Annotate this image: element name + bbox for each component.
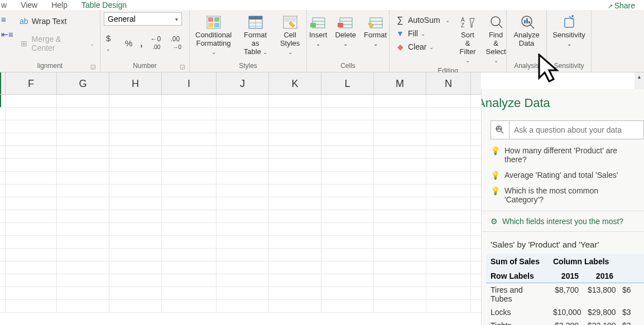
pivot-row: Locks$10,000$29,800$3 [486,305,644,319]
wrap-text-button[interactable]: ab Wrap Text [17,16,97,27]
pivot-columns-label: Column Labels [549,254,644,269]
sensitivity-label: Sensitivity⌄ [552,31,585,48]
find-icon [488,14,504,30]
svg-rect-6 [249,16,262,20]
group-number: General ▾ $ ⌄ % , ←0.00 .00→0 Number ◲ [100,10,190,72]
fill-button[interactable]: ▼ Fill ⌄ [393,28,452,39]
format-table-icon [248,14,263,30]
fill-icon: ▼ [395,29,405,38]
group-label-alignment: lignment ◲ [3,61,97,72]
svg-rect-36 [497,128,498,130]
autosum-button[interactable]: ∑ AutoSum ⌄ [393,14,452,26]
fill-label: Fill [408,29,418,38]
number-format-value: General [108,14,136,23]
conditional-formatting-button[interactable]: Conditional Formatting [193,13,234,57]
svg-rect-19 [338,23,343,27]
clear-label: Clear [408,42,426,51]
delete-icon [338,14,353,30]
spreadsheet-grid[interactable]: F G H I J K L M N [0,72,481,325]
currency-button[interactable]: $ ⌄ [104,32,119,54]
increase-decimal-button[interactable]: ←0.00 [148,34,165,52]
number-dialog-icon[interactable]: ◲ [180,64,185,70]
tab-table-design[interactable]: Table Design [81,1,127,9]
clear-button[interactable]: ◆ Clear ⌄ [393,41,452,52]
col-header-F[interactable]: F [6,72,57,94]
ribbon: ≡ ⇤≡ ab Wrap Text ⊞ Merge & Center ⌄ lig… [0,10,644,72]
sigma-icon: ∑ [395,16,405,25]
menu-help[interactable]: Help [51,1,68,9]
conditional-formatting-label: Conditional Formatting [195,31,232,56]
col-header-J[interactable]: J [217,72,269,94]
analyze-data-button[interactable]: Analyze Data [511,13,541,49]
pivot-year-2016: 2016 [583,269,618,283]
menu-partial[interactable]: w [1,1,7,9]
indent-icon[interactable]: ≡ [1,14,13,24]
menu-bar: w View Help Table Design Share [0,0,644,10]
col-header-I[interactable]: I [162,72,217,94]
svg-line-31 [531,25,534,28]
group-alignment: ≡ ⇤≡ ab Wrap Text ⊞ Merge & Center ⌄ lig… [0,10,100,72]
suggestion-1[interactable]: 💡How many different 'Product' are there? [482,143,644,167]
col-header-L[interactable]: L [321,72,374,94]
decrease-decimal-button[interactable]: .00→0 [168,34,186,52]
cell-styles-icon [282,14,298,30]
sensitivity-icon [561,14,577,30]
insert-button[interactable]: Insert⌄ [307,13,330,49]
comma-button[interactable]: , [138,37,145,49]
scroll-up-icon[interactable]: ▲ [635,72,644,82]
col-header-H[interactable]: H [109,72,162,94]
sensitivity-button[interactable]: Sensitivity⌄ [550,13,588,49]
group-label-cells: Cells [310,61,386,72]
fields-of-interest-link[interactable]: ⚙ Which fields interest you the most? [482,211,644,232]
menu-view[interactable]: View [21,1,37,9]
col-header-M[interactable]: M [374,72,426,94]
wrap-text-icon: ab [19,17,29,26]
sort-filter-button[interactable]: AZ Sort & Filter [458,13,478,66]
percent-button[interactable]: % [123,37,134,49]
merge-center-button[interactable]: ⊞ Merge & Center ⌄ [17,33,97,54]
ask-search-icon[interactable] [491,120,510,139]
autosum-label: AutoSum [408,16,440,25]
col-header-K[interactable]: K [269,72,321,94]
find-select-button[interactable]: Find & Select [483,13,508,66]
svg-text:Z: Z [461,22,464,28]
group-label-styles: Styles [193,61,303,72]
chevron-down-icon: ▾ [175,16,178,22]
pivot-table: Sum of Sales Column Labels Row Labels 20… [486,254,644,325]
share-button[interactable]: Share [603,0,640,11]
grid-body[interactable] [0,95,481,313]
col-header-N[interactable]: N [426,72,471,94]
group-cells: Insert⌄ Delete⌄ Format⌄ Cells [307,10,390,72]
svg-rect-2 [214,17,219,22]
suggestion-2[interactable]: 💡Average 'Rating' and total 'Sales' [482,167,644,183]
cell-styles-button[interactable]: Cell Styles [277,13,303,57]
group-styles: Conditional Formatting Format as Table C… [190,10,307,72]
svg-point-33 [571,15,574,17]
svg-rect-15 [310,23,316,27]
alignment-dialog-icon[interactable]: ◲ [90,64,95,70]
delete-button[interactable]: Delete⌄ [333,13,358,49]
pivot-row: Tights$3,300$22,100$3 [486,319,644,325]
suggestion-3[interactable]: 💡Which is the most common 'Category'? [482,183,644,207]
col-header-G[interactable]: G [57,72,109,94]
gear-icon: ⚙ [491,217,498,226]
format-button[interactable]: Format⌄ [362,13,389,49]
decrease-indent-icon[interactable]: ⇤≡ [1,30,13,40]
cell-styles-label: Cell Styles [279,31,301,56]
ask-question-input[interactable] [510,120,644,139]
suggestion-2-text: Average 'Rating' and total 'Sales' [504,171,618,180]
pivot-year-2015: 2015 [549,269,583,283]
group-label-sensitivity: Sensitivity [550,61,588,72]
svg-rect-11 [285,17,296,22]
find-select-label: Find & Select [486,31,506,65]
format-as-table-button[interactable]: Format as Table [239,13,271,57]
group-sensitivity: Sensitivity⌄ Sensitivity [547,10,592,72]
lightbulb-icon: 💡 [491,186,500,195]
insert-label: Insert⌄ [309,31,328,48]
analyze-data-icon [519,14,535,30]
svg-rect-30 [528,21,530,23]
number-format-dropdown[interactable]: General ▾ [104,12,182,26]
fields-link-text: Which fields interest you the most? [502,217,623,226]
svg-rect-38 [500,128,501,130]
pane-title: Analyze Data [481,89,644,115]
